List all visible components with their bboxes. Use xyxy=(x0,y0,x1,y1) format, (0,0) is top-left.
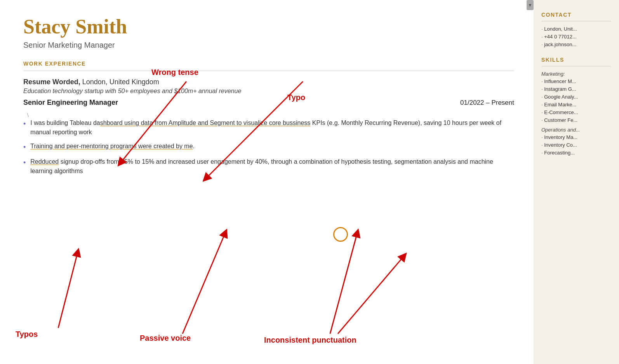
bullet-dot-1: • xyxy=(23,119,26,129)
underline-segment1: shboard using data from Amplitude and Se… xyxy=(100,120,283,126)
skills-divider xyxy=(541,66,611,66)
skill-inventory-control: Inventory Co... xyxy=(541,142,611,148)
bullet-item-2: • Training and peer-mentoring programs w… xyxy=(23,142,514,153)
contact-location: London, Unit... xyxy=(541,26,611,32)
underline-redduced: Redduced xyxy=(30,158,59,165)
bullet-text-1: I was building Tableau dashboard using d… xyxy=(30,118,514,137)
contact-heading: CONTACT xyxy=(541,12,611,18)
section-divider xyxy=(23,71,514,71)
underline-passive: Training and peer-mentoring programs wer… xyxy=(30,143,193,149)
svg-line-4 xyxy=(183,233,225,334)
passive-voice-label: Passive voice xyxy=(140,334,191,343)
skill-inventory-management: Inventory Ma... xyxy=(541,134,611,140)
bullet-dot-2: • xyxy=(23,142,26,153)
skills-heading: SKILLS xyxy=(541,57,611,63)
company-description: Education technology startup with 50+ em… xyxy=(23,88,514,95)
bullet-list: • I was building Tableau dashboard using… xyxy=(23,118,514,176)
skills-operations: Operations and... Inventory Ma... Invent… xyxy=(541,127,611,156)
skill-customer-feedback: Customer Fe... xyxy=(541,117,611,123)
svg-line-5 xyxy=(330,233,357,334)
candidate-title: Senior Marketing Manager xyxy=(23,41,514,50)
underline-bussiness: bussiness xyxy=(283,120,310,126)
skill-google-analytics: Google Analy... xyxy=(541,94,611,100)
bullet-text-3: Redduced signup drop-offs from 65% to 15… xyxy=(30,157,514,176)
contact-phone: +44 0 77012... xyxy=(541,34,611,40)
bullet-dot-3: • xyxy=(23,158,26,168)
company-name-location: Resume Worded, London, United Kingdom xyxy=(23,78,514,86)
job-title-row: Senior Engineering Manager 01/2022 – Pre… xyxy=(23,99,514,107)
sidebar: CONTACT London, Unit... +44 0 77012... j… xyxy=(534,0,619,364)
work-experience-heading: WORK EXPERIENCE xyxy=(23,61,514,67)
annotations-svg xyxy=(0,0,534,364)
main-content: ▼ Stacy Smith Senior Marketing Manager W… xyxy=(0,0,534,364)
contact-email: jack.johnson... xyxy=(541,42,611,47)
scrollbar-button[interactable]: ▼ xyxy=(527,0,534,10)
inconsistent-punctuation-label: Inconsistent punctuation xyxy=(264,336,356,345)
bullet-item-3: • Redduced signup drop-offs from 65% to … xyxy=(23,157,514,176)
typos-bottom-label: Typos xyxy=(16,330,38,339)
job-dates: 01/2022 – Present xyxy=(460,99,514,107)
svg-line-6 xyxy=(338,256,404,334)
candidate-name: Stacy Smith xyxy=(23,16,514,38)
company-location: London, United Kingdom xyxy=(82,78,159,86)
job-title: Senior Engineering Manager xyxy=(23,99,118,107)
skill-instagram: Instagram G... xyxy=(541,86,611,92)
skills-marketing-label: Marketing: xyxy=(541,71,611,77)
skill-ecommerce: E-Commerce... xyxy=(541,109,611,115)
backslash-artifact: \ xyxy=(27,112,514,118)
chevron-down-icon: ▼ xyxy=(528,3,532,7)
svg-line-3 xyxy=(58,252,78,328)
skills-operations-label: Operations and... xyxy=(541,127,611,133)
skill-forecasting: Forecasting... xyxy=(541,150,611,156)
bullet-text-2: Training and peer-mentoring programs wer… xyxy=(30,142,195,151)
skill-influencer: Influencer M... xyxy=(541,78,611,84)
contact-items: London, Unit... +44 0 77012... jack.john… xyxy=(541,26,611,47)
skill-email-marketing: Email Marke... xyxy=(541,102,611,107)
contact-divider xyxy=(541,21,611,21)
skills-marketing: Marketing: Influencer M... Instagram G..… xyxy=(541,71,611,123)
work-experience-section: WORK EXPERIENCE Resume Worded, London, U… xyxy=(23,61,514,176)
bullet-item-1: • I was building Tableau dashboard using… xyxy=(23,118,514,137)
annotations-layer: Wrong tense Typo Typos Passive voice Inc… xyxy=(0,0,534,364)
company-name: Resume Worded, xyxy=(23,78,80,86)
circle-highlight-me xyxy=(333,227,348,242)
